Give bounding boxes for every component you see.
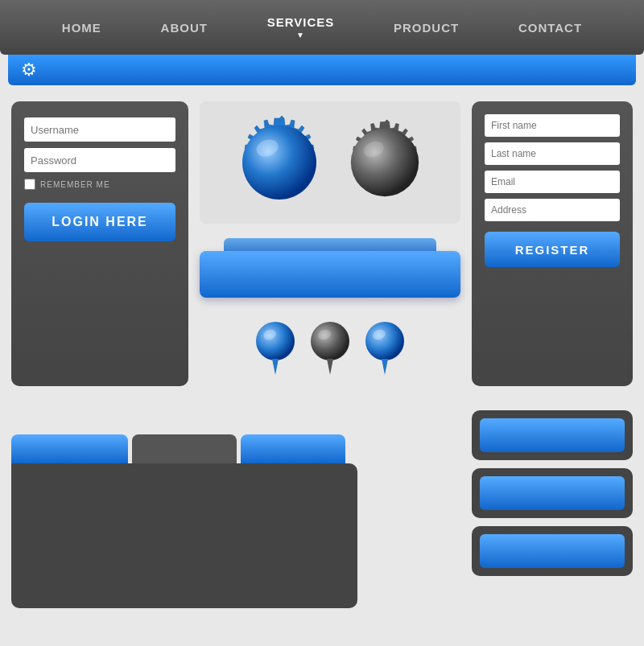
register-button[interactable]: REGISTER <box>485 232 620 267</box>
nav-contact[interactable]: CONTACT <box>518 21 582 35</box>
remember-checkbox[interactable] <box>24 179 35 190</box>
stack-item-2 <box>472 468 633 518</box>
login-panel: REMEMBER ME LOGIN HERE <box>11 101 188 386</box>
svg-point-4 <box>256 322 295 360</box>
nav-services[interactable]: SERVICES <box>267 15 335 39</box>
email-input[interactable] <box>485 171 620 193</box>
navigation: HOME ABOUT SERVICES PRODUCT CONTACT <box>0 0 644 55</box>
stack-btn-1[interactable] <box>480 418 625 452</box>
folder-panel-wrapper <box>11 434 357 608</box>
folder-panel-body <box>11 463 357 608</box>
bottom-section <box>0 402 644 621</box>
login-button[interactable]: LOGIN HERE <box>24 203 175 241</box>
nav-home[interactable]: HOME <box>62 21 101 35</box>
blue-gear-svg <box>231 114 328 211</box>
nav-about[interactable]: ABOUT <box>161 21 208 35</box>
gray-gear-ball <box>341 118 429 207</box>
pin-gray[interactable] <box>309 320 351 378</box>
folder-tab-blue-1[interactable] <box>11 434 128 463</box>
firstname-input[interactable] <box>485 114 620 137</box>
username-input[interactable] <box>24 117 175 142</box>
pin-blue-2[interactable] <box>364 320 406 378</box>
register-panel: REGISTER <box>472 101 633 386</box>
lastname-input[interactable] <box>485 142 620 165</box>
stack-btn-2[interactable] <box>480 476 625 510</box>
stack-item-3 <box>472 526 633 576</box>
svg-point-2 <box>351 129 419 196</box>
folder-tabs <box>11 434 345 463</box>
svg-point-6 <box>311 322 349 360</box>
blue-main-button[interactable] <box>200 251 460 298</box>
main-content: REMEMBER ME LOGIN HERE <box>0 85 644 402</box>
gray-gear-svg <box>341 118 429 207</box>
middle-panel <box>200 101 460 386</box>
right-btn-stack <box>472 410 633 608</box>
password-input[interactable] <box>24 148 175 172</box>
stack-item-1 <box>472 410 633 460</box>
pin-blue-1[interactable] <box>254 320 296 378</box>
sub-bar: ⚙ <box>8 55 636 85</box>
folder-tab-gray[interactable] <box>132 434 237 463</box>
remember-row: REMEMBER ME <box>24 179 175 190</box>
svg-point-8 <box>365 322 404 360</box>
settings-icon: ⚙ <box>21 60 37 80</box>
svg-point-0 <box>242 125 316 200</box>
map-pin-buttons-row <box>200 312 460 386</box>
blue-shape-container <box>200 238 460 298</box>
gear-balls-area <box>200 101 460 224</box>
blue-gear-ball <box>231 114 328 211</box>
remember-label: REMEMBER ME <box>40 180 110 189</box>
blue-shape-top <box>224 238 436 251</box>
nav-product[interactable]: PRODUCT <box>394 21 459 35</box>
address-input[interactable] <box>485 199 620 221</box>
stack-btn-3[interactable] <box>480 534 625 568</box>
folder-tab-blue-2[interactable] <box>241 434 345 463</box>
